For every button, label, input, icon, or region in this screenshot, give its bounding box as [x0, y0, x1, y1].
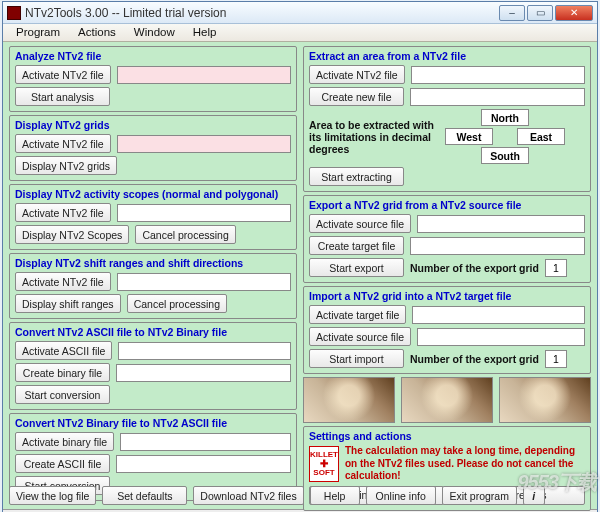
download-ntv2-button[interactable]: Download NTv2 files [193, 486, 303, 505]
activate-ntv2-scopes-button[interactable]: Activate NTv2 file [15, 203, 111, 222]
import-source-field[interactable] [417, 328, 585, 346]
bottom-bar: View the log file Set defaults Download … [3, 482, 597, 509]
create-ascii-button[interactable]: Create ASCII file [15, 454, 110, 473]
exit-program-button[interactable]: Exit program [442, 486, 517, 505]
grids-file-field[interactable] [117, 135, 291, 153]
south-box[interactable]: South [481, 147, 529, 164]
direction-grid: North West East South [445, 109, 565, 164]
group-activity-scopes: Display NTv2 activity scopes (normal and… [9, 184, 297, 250]
create-new-file-button[interactable]: Create new file [309, 87, 404, 106]
thumbnail-2 [401, 377, 493, 423]
ascii-target-field[interactable] [116, 455, 291, 473]
export-grid-number[interactable] [545, 259, 567, 277]
online-info-button[interactable]: Online info [366, 486, 436, 505]
extract-source-field[interactable] [411, 66, 585, 84]
export-grid-label: Number of the export grid [410, 262, 539, 274]
scopes-file-field[interactable] [117, 204, 291, 222]
info-button[interactable]: i [523, 486, 545, 505]
cancel-scopes-button[interactable]: Cancel processing [135, 225, 235, 244]
extract-area-label: Area to be extracted with its limitation… [309, 119, 439, 155]
group-title-extract: Extract an area from a NTv2 file [309, 50, 585, 62]
minimize-button[interactable]: – [499, 5, 525, 21]
group-shift-ranges: Display NTv2 shift ranges and shift dire… [9, 253, 297, 319]
start-analysis-button[interactable]: Start analysis [15, 87, 110, 106]
export-source-field[interactable] [417, 215, 585, 233]
display-scopes-button[interactable]: Display NTv2 Scopes [15, 225, 129, 244]
close-button[interactable]: ✕ [555, 5, 593, 21]
export-source-button[interactable]: Activate source file [309, 214, 411, 233]
help-button[interactable]: Help [310, 486, 360, 505]
export-target-field[interactable] [410, 237, 585, 255]
app-icon [7, 6, 21, 20]
set-defaults-button[interactable]: Set defaults [102, 486, 187, 505]
logo-line-2: SOFT [313, 469, 334, 477]
window-title: NTv2Tools 3.00 -- Limited trial version [25, 6, 497, 20]
group-title-import: Import a NTv2 grid into a NTv2 target fi… [309, 290, 585, 302]
activate-ntv2-shift-button[interactable]: Activate NTv2 file [15, 272, 111, 291]
import-grid-label: Number of the export grid [410, 353, 539, 365]
binary-target-field[interactable] [116, 364, 291, 382]
activate-ascii-button[interactable]: Activate ASCII file [15, 341, 112, 360]
group-title-shift-ranges: Display NTv2 shift ranges and shift dire… [15, 257, 291, 269]
killetsoft-logo: KILLET ✚ SOFT [309, 446, 339, 482]
display-grids-button[interactable]: Display NTv2 grids [15, 156, 117, 175]
group-title-activity-scopes: Display NTv2 activity scopes (normal and… [15, 188, 291, 200]
group-export: Export a NTv2 grid from a NTv2 source fi… [303, 195, 591, 283]
start-extract-button[interactable]: Start extracting [309, 167, 404, 186]
activate-ntv2-extract-button[interactable]: Activate NTv2 file [309, 65, 405, 84]
menubar: Program Actions Window Help [3, 24, 597, 42]
titlebar: NTv2Tools 3.00 -- Limited trial version … [3, 2, 597, 24]
import-grid-number[interactable] [545, 350, 567, 368]
warning-text: The calculation may take a long time, de… [345, 445, 585, 483]
start-ascii-to-binary-button[interactable]: Start conversion [15, 385, 110, 404]
group-title-settings: Settings and actions [309, 430, 585, 442]
group-title-analyze: Analyze NTv2 file [15, 50, 291, 62]
display-shift-button[interactable]: Display shift ranges [15, 294, 121, 313]
ascii-source-field[interactable] [118, 342, 291, 360]
import-target-button[interactable]: Activate target file [309, 305, 406, 324]
menu-actions[interactable]: Actions [69, 24, 125, 41]
activate-binary-button[interactable]: Activate binary file [15, 432, 114, 451]
create-binary-button[interactable]: Create binary file [15, 363, 110, 382]
menu-program[interactable]: Program [7, 24, 69, 41]
group-import: Import a NTv2 grid into a NTv2 target fi… [303, 286, 591, 374]
west-box[interactable]: West [445, 128, 493, 145]
right-column: Extract an area from a NTv2 file Activat… [303, 46, 591, 480]
shift-file-field[interactable] [117, 273, 291, 291]
extract-target-field[interactable] [410, 88, 585, 106]
import-source-button[interactable]: Activate source file [309, 327, 411, 346]
export-target-button[interactable]: Create target file [309, 236, 404, 255]
binary-source-field[interactable] [120, 433, 291, 451]
group-analyze: Analyze NTv2 file Activate NTv2 file Sta… [9, 46, 297, 112]
group-title-binary-to-ascii: Convert NTv2 Binary file to NTv2 ASCII f… [15, 417, 291, 429]
left-column: Analyze NTv2 file Activate NTv2 file Sta… [9, 46, 297, 480]
group-title-display-grids: Display NTv2 grids [15, 119, 291, 131]
thumbnail-3 [499, 377, 591, 423]
group-ascii-to-binary: Convert NTv2 ASCII file to NTv2 Binary f… [9, 322, 297, 410]
activate-ntv2-analyze-button[interactable]: Activate NTv2 file [15, 65, 111, 84]
group-title-export: Export a NTv2 grid from a NTv2 source fi… [309, 199, 585, 211]
start-export-button[interactable]: Start export [309, 258, 404, 277]
east-box[interactable]: East [517, 128, 565, 145]
view-log-button[interactable]: View the log file [9, 486, 96, 505]
menu-help[interactable]: Help [184, 24, 226, 41]
activate-ntv2-grids-button[interactable]: Activate NTv2 file [15, 134, 111, 153]
analyze-file-field[interactable] [117, 66, 291, 84]
group-title-ascii-to-binary: Convert NTv2 ASCII file to NTv2 Binary f… [15, 326, 291, 338]
start-import-button[interactable]: Start import [309, 349, 404, 368]
menu-window[interactable]: Window [125, 24, 184, 41]
import-target-field[interactable] [412, 306, 585, 324]
group-extract: Extract an area from a NTv2 file Activat… [303, 46, 591, 192]
image-row [303, 377, 591, 423]
maximize-button[interactable]: ▭ [527, 5, 553, 21]
group-display-grids: Display NTv2 grids Activate NTv2 file Di… [9, 115, 297, 181]
north-box[interactable]: North [481, 109, 529, 126]
cancel-shift-button[interactable]: Cancel processing [127, 294, 227, 313]
thumbnail-1 [303, 377, 395, 423]
